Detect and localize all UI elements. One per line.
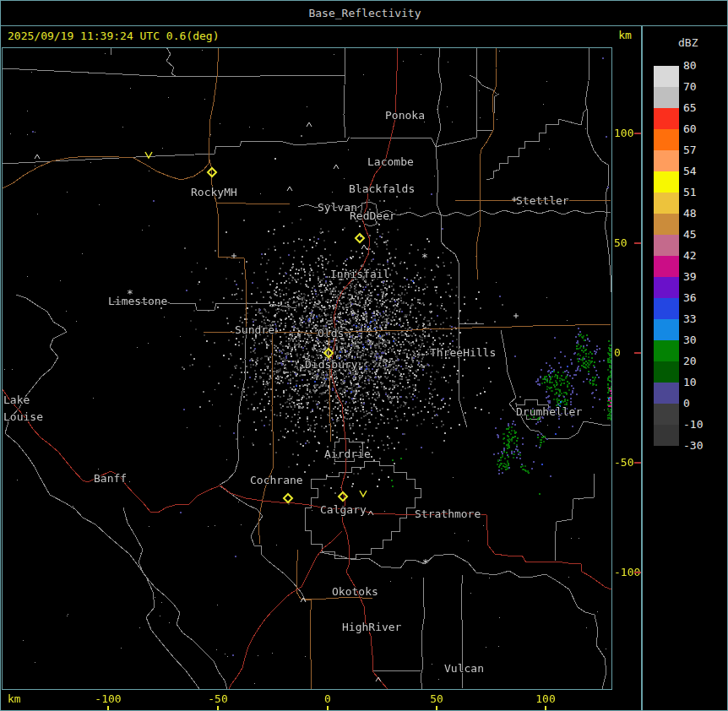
colorbar-tick-label: 30 [683,334,697,346]
city-label-calgary: Calgary [320,503,367,516]
colorbar-tick-label: 57 [683,144,697,156]
caret-marker-icon [368,511,373,515]
city-label-okotoks: Okotoks [332,585,378,598]
city-label-highriver: HighRiver [342,621,402,633]
colorbar-band [654,171,679,193]
colorbar-band [654,150,679,171]
colorbar-tick-label: 20 [683,355,697,367]
colorbar-band [654,235,679,256]
bottom-axis-unit-label: km [8,692,21,705]
colorbar-band [654,340,679,361]
reflectivity-colorbar: dBZ 807065605754514845423936333020100-10… [641,25,728,711]
asterisk-marker-icon: * [421,251,428,263]
radar-map-viewport[interactable]: PonokaLacombeBlackfaldsSylvanRedDeerStet… [3,48,611,689]
radar-site-diamond-icon [284,494,292,502]
city-label-didsbury: Didsbury [305,358,358,371]
bottom-axis-tick-mark [217,706,219,711]
colorbar-tick-label: 33 [683,312,697,325]
city-label-limestone: Limestone [108,295,168,307]
city-label-stettler: Stettler [516,194,569,207]
city-label-airdrie: Airdrie [324,448,371,460]
bottom-axis-tick-label: 50 [416,692,457,705]
colorbar-band [654,425,679,446]
caret-marker-icon [301,598,306,602]
colorbar-band [654,214,679,235]
colorbar-tick-label: 45 [683,228,697,241]
colorbar-tick-label: 65 [683,101,697,114]
bottom-axis-tick-label: 100 [525,692,566,705]
city-label-lacombe: Lacombe [367,155,414,168]
colorbar-tick-label: 39 [683,270,697,283]
right-axis-tick-mark [634,242,641,244]
city-label-lake-louise: LakeLouise [3,393,43,423]
map-labels-layer: PonokaLacombeBlackfaldsSylvanRedDeerStet… [3,48,611,689]
colorbar-band [654,319,679,340]
scan-timestamp: 2025/09/19 11:39:24 UTC 0.6(deg) [8,30,219,42]
caret-marker-icon [287,187,292,191]
chevron-down-icon [360,491,367,497]
radar-application-window: Base_Reflectivity 2025/09/19 11:39:24 UT… [0,0,728,711]
caret-marker-icon [334,165,339,169]
city-label-sundre: Sundre [235,323,274,336]
title-bar: Base_Reflectivity [1,1,728,26]
colorbar-tick-label: -30 [683,439,703,452]
right-axis-tick-label: -50 [614,456,633,469]
bottom-distance-axis: km -100-50050100 [1,689,641,711]
asterisk-marker-icon: * [422,556,429,569]
colorbar-unit-label: dBZ [678,36,698,49]
colorbar-tick-label: 51 [683,186,697,198]
colorbar-tick-label: 70 [683,80,697,93]
right-axis-tick-label: 100 [614,127,633,139]
right-distance-axis: 100500-50-100 [612,47,641,689]
right-axis-tick-mark [634,462,641,464]
city-label-innisfail: Innisfail [330,268,389,280]
colorbar-band [654,108,679,129]
city-label-banff: Banff [94,472,127,485]
colorbar-band [654,87,679,108]
bottom-axis-tick-mark [436,706,437,711]
city-label-cochrane: Cochrane [250,474,303,486]
city-label-olds: Olds [318,327,344,339]
colorbar-tick-label: 60 [683,122,697,135]
bottom-axis-tick-mark [327,706,329,711]
colorbar-band [654,193,679,214]
radar-site-diamond-icon [324,349,333,357]
colorbar-band [654,129,679,150]
radar-site-diamond-icon [356,234,364,242]
right-axis-tick-label: 50 [614,236,627,249]
radar-site-diamond-icon [208,168,216,176]
colorbar-tick-label: 0 [683,397,690,410]
bottom-axis-tick-label: -100 [88,692,128,705]
bottom-axis-tick-label: -50 [198,692,238,705]
colorbar-band [654,66,679,87]
bottom-axis-tick-mark [107,706,109,711]
window-title: Base_Reflectivity [308,7,421,19]
plus-marker-icon [231,253,236,258]
city-label-threehills: ThreeHills [430,346,496,359]
chevron-down-icon [145,152,152,158]
city-label-reddeer: RedDeer [350,209,396,222]
colorbar-tick-label: 10 [683,376,697,388]
city-label-drumheller: Drumheller [516,405,582,418]
bottom-axis-tick-label: 0 [307,692,348,705]
colorbar-band [654,404,679,425]
plus-marker-icon [513,313,519,318]
colorbar-band [654,383,679,404]
colorbar-tick-label: 36 [683,291,697,304]
right-axis-tick-mark [634,133,641,134]
right-axis-tick-mark [634,572,641,573]
right-axis-tick-mark [634,352,641,354]
colorbar-band [654,361,679,383]
caret-marker-icon [376,677,381,681]
colorbar-tick-label: 80 [683,59,697,72]
caret-marker-icon [307,122,312,127]
colorbar-tick-label: 48 [683,207,697,220]
asterisk-marker-icon: * [127,287,133,300]
city-label-strathmore: Strathmore [415,507,481,520]
city-label-blackfalds: Blackfalds [349,182,415,195]
city-label-ponoka: Ponoka [385,109,425,122]
colorbar-tick-label: 54 [683,165,697,177]
bottom-axis-tick-mark [545,706,546,711]
colorbar-band [654,298,679,319]
colorbar-tick-label: -10 [683,418,703,431]
